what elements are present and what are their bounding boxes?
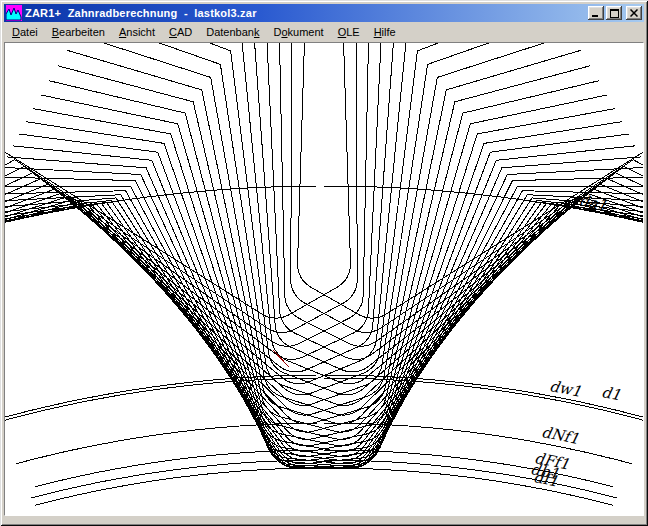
gear-generation-plot	[5, 43, 643, 516]
close-button[interactable]	[626, 6, 642, 20]
menubar: Datei Bearbeiten Ansicht CAD Datenbank D…	[4, 22, 644, 42]
menu-item-hilfe[interactable]: Hilfe	[367, 24, 403, 40]
maximize-icon	[610, 9, 619, 18]
label-df1: df1	[532, 470, 559, 489]
menu-item-cad[interactable]: CAD	[162, 24, 199, 40]
minimize-button[interactable]	[588, 6, 604, 20]
close-icon	[630, 9, 638, 17]
titlebar[interactable]: ZAR1+ Zahnradberechnung - lastkol3.zar	[4, 4, 644, 22]
menu-item-datei[interactable]: Datei	[5, 24, 45, 40]
window-title: ZAR1+ Zahnradberechnung - lastkol3.zar	[25, 4, 588, 22]
gear-drawing-area: da1 dw1 d1 dNf1 dFf1 db1 df1	[4, 42, 644, 516]
app-window: ZAR1+ Zahnradberechnung - lastkol3.zar D…	[0, 0, 648, 526]
menu-item-ole[interactable]: OLE	[331, 24, 367, 40]
menu-item-datenbank[interactable]: Datenbank	[199, 24, 266, 40]
menu-item-bearbeiten[interactable]: Bearbeiten	[45, 24, 112, 40]
window-controls	[588, 6, 642, 20]
menu-item-ansicht[interactable]: Ansicht	[112, 24, 162, 40]
minimize-icon	[592, 9, 600, 17]
menu-item-dokument[interactable]: Dokument	[266, 24, 330, 40]
maximize-button[interactable]	[606, 6, 622, 20]
app-icon[interactable]	[6, 5, 22, 21]
label-d1: d1	[600, 385, 622, 403]
